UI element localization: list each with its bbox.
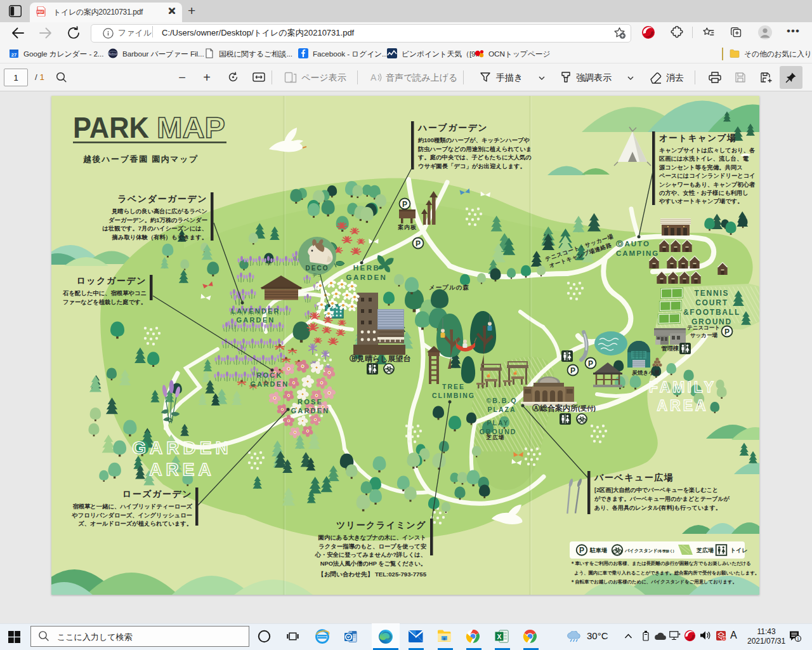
svg-text:ウサギ園長「デコ」がお出迎えします。: ウサギ園長「デコ」がお出迎えします。 [418,162,526,169]
svg-text:ⒹAUTO: ⒹAUTO [616,240,650,248]
svg-text:メープルの森: メープルの森 [429,284,469,291]
svg-text:す。庭の中央では、子どもたちに大人気の: す。庭の中央では、子どもたちに大人気の [417,154,532,161]
svg-text:摘み取り体験（有料）もできます。: 摘み取り体験（有料）もできます。 [112,234,207,241]
svg-text:オートキャンプ場: オートキャンプ場 [659,133,737,143]
svg-text:宿根草と一緒に、ハイブリッドティーローズ: 宿根草と一緒に、ハイブリッドティーローズ [72,503,192,510]
svg-text:ローズガーデン: ローズガーデン [122,489,192,499]
svg-text:1: 1 [797,637,799,641]
svg-text:PARK: PARK [73,111,149,144]
svg-text:やフロリバンダローズ、イングリッシュロー: やフロリバンダローズ、イングリッシュロー [71,512,192,519]
svg-text:PLAY: PLAY [487,419,509,427]
svg-text:MAP: MAP [157,111,225,144]
svg-text:P: P [579,546,584,555]
svg-text:＊自転車でお越しのお客様のために、バイクスタンドをご用意して: ＊自転車でお越しのお客様のために、バイクスタンドをご用意しております。 [570,579,737,585]
svg-text:ラクター指導のもと、ロープを使って安: ラクター指導のもと、ロープを使って安 [318,543,426,550]
svg-text:約100種類のハーブが、キッチンハーブや: 約100種類のハーブが、キッチンハーブや [417,136,530,143]
svg-text:Ⓐ総合案内所(受付): Ⓐ総合案内所(受付) [532,404,596,413]
svg-text:管理棟: 管理棟 [661,345,679,352]
svg-text:1: 1 [723,636,725,640]
svg-text:駐車場: 駐車場 [589,547,607,554]
svg-text:ラベンダーガーデン: ラベンダーガーデン [117,194,207,204]
svg-text:CLIMBING: CLIMBING [432,392,475,399]
svg-text:&FOOTBALL: &FOOTBALL [683,308,740,317]
svg-text:あり、各用具のレンタル(有料)も行っています。: あり、各用具のレンタル(有料)も行っています。 [594,505,721,512]
svg-text:©B.B.Q: ©B.B.Q [487,397,518,404]
svg-text:[2区画]大自然の中でバーベキューを楽しむこと: [2区画]大自然の中でバーベキューを楽しむこと [594,487,718,493]
svg-text:ンシャワーもあり、キャンプ初心者: ンシャワーもあり、キャンプ初心者 [659,181,756,188]
svg-text:AREA: AREA [149,460,214,479]
svg-text:ROSE: ROSE [298,398,323,406]
svg-text:テニスコート: テニスコート [687,324,720,331]
svg-text:案内板: 案内板 [398,224,417,230]
svg-text:よう、園内に車で乗り入れることができます。総合案内所で受付を: よう、園内に車で乗り入れることができます。総合案内所で受付をお願いいたします。 [574,570,759,576]
svg-text:27: 27 [11,52,16,58]
svg-text:A: A [370,72,377,83]
svg-text:石を配した中に、宿根草やコニ: 石を配した中に、宿根草やコニ [62,289,147,296]
svg-text:の方や、女性・お子様にも利用し: の方や、女性・お子様にも利用し [659,189,749,196]
svg-text:サッカー場: サッカー場 [690,332,718,338]
svg-text:ダーガーデン。約1万株のラベンダー: ダーガーデン。約1万株のラベンダー [108,217,207,223]
svg-text:CAMPING: CAMPING [616,249,659,257]
svg-text:DECO: DECO [306,265,329,272]
svg-text:HERB: HERB [353,264,381,272]
svg-text:心・安全に登ってみませんか?詳しくは、: 心・安全に登ってみませんか?詳しくは、 [315,551,426,558]
svg-text:＊車いすをご利用のお客様、または長距離の歩行が困難な方でもお: ＊車いすをご利用のお客様、または長距離の歩行が困難な方でもお楽しみいただける [570,560,751,566]
svg-text:TENNIS: TENNIS [695,289,730,298]
svg-text:ズ、オールドローズが植えられています。: ズ、オールドローズが植えられています。 [78,521,192,527]
svg-text:越後ハーブ香園 園内マップ: 越後ハーブ香園 園内マップ [82,154,199,164]
svg-text:AREA: AREA [657,397,708,414]
svg-text:ロックガーデン: ロックガーデン [77,275,147,286]
svg-text:芝広場: 芝広場 [696,547,714,554]
svg-text:GARDEN: GARDEN [291,407,330,415]
svg-text:キャンプサイトは広々しており、各: キャンプサイトは広々しており、各 [659,147,756,154]
svg-text:ペースにはコインランドリーとコイ: ペースにはコインランドリーとコイ [658,173,756,179]
svg-text:TREE: TREE [442,383,465,390]
svg-text:GARDEN: GARDEN [251,380,289,388]
svg-text:バーベキュー広場: バーベキュー広場 [594,472,674,482]
svg-text:炭焼き小屋: 炭焼き小屋 [631,369,660,376]
svg-text:芝広場: 芝広場 [486,434,505,441]
svg-text:ができます。バーベキュー用のかまどとテーブルが: ができます。バーベキュー用のかまどとテーブルが [594,496,730,503]
svg-text:FAMILY: FAMILY [649,379,716,395]
svg-text:区画には水洗トイレ、流し台、電: 区画には水洗トイレ、流し台、電 [659,155,749,162]
svg-text:PDF: PDF [37,10,44,14]
svg-text:NPO法人風小僧のHP をご覧ください。: NPO法人風小僧のHP をご覧ください。 [320,560,426,567]
svg-text:ファーなどを植栽した庭です。: ファーなどを植栽した庭です。 [63,298,147,305]
svg-text:GARDEN: GARDEN [237,316,275,324]
svg-text:バイクスタンド(冬季除く): バイクスタンド(冬季除く) [624,548,674,554]
svg-text:Barbour: Barbour [108,52,118,55]
svg-text:園内にある大きなブナの木に、インスト: 園内にある大きなブナの木に、インスト [318,534,426,541]
svg-text:Ⓑ見晴らし展望台: Ⓑ見晴らし展望台 [350,354,411,363]
svg-text:ハーブガーデン: ハーブガーデン [417,123,488,133]
svg-text:トイレ: トイレ [730,547,748,554]
svg-text:LAVENDER: LAVENDER [231,307,280,315]
svg-text:【お問い合わせ先】 TEL:025-793-7755: 【お問い合わせ先】 TEL:025-793-7755 [318,571,427,578]
svg-text:ツリークライミング: ツリークライミング [336,520,426,530]
svg-text:防虫ハーブなどの用途別に植えられていま: 防虫ハーブなどの用途別に植えられていま [418,145,532,152]
svg-text:X: X [497,633,501,640]
svg-text:見晴らしの良い高台に広がるラベン: 見晴らしの良い高台に広がるラベン [111,208,207,215]
svg-text:GARDEN: GARDEN [132,438,232,458]
svg-text:ROCK: ROCK [256,371,282,379]
svg-text:PLAZA: PLAZA [488,406,516,413]
svg-text:源コンセント等を完備。共同ス: 源コンセント等を完備。共同ス [658,164,743,171]
svg-text:COURT: COURT [695,298,728,307]
svg-text:は壮観です。7月のハイシーズンには、: は壮観です。7月のハイシーズンには、 [102,225,207,232]
svg-text:やすいオートキャンプ場です。: やすいオートキャンプ場です。 [658,197,743,204]
svg-text:GARDEN: GARDEN [346,274,388,281]
